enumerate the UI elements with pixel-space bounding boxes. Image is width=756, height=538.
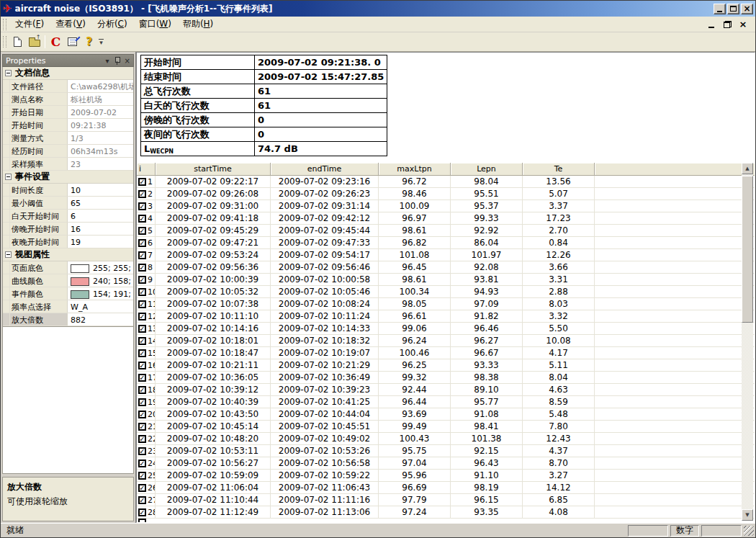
checkbox-icon[interactable]: ✓	[138, 398, 146, 406]
checkbox-icon[interactable]: ✓	[138, 411, 146, 418]
row-select-cell[interactable]: ✓26	[137, 482, 156, 493]
row-select-cell[interactable]: ✓18	[137, 384, 156, 395]
toolbar-overflow-button[interactable]: ▾	[99, 39, 104, 45]
minimize-button[interactable]	[714, 4, 726, 14]
table-row[interactable]: ✓272009-07-02 11:10:442009-07-02 11:11:1…	[137, 494, 755, 506]
table-row[interactable]: ✓152009-07-02 10:18:472009-07-02 10:19:0…	[137, 347, 755, 359]
row-select-cell[interactable]: ✓8	[137, 261, 156, 273]
checkbox-icon[interactable]: ✓	[138, 508, 146, 516]
column-header-filler[interactable]	[595, 163, 755, 175]
row-select-cell[interactable]: ✓23	[137, 445, 156, 457]
collapse-icon[interactable]	[5, 174, 12, 180]
panel-pin-button[interactable]	[114, 57, 120, 65]
row-select-cell[interactable]: ✓10	[137, 286, 156, 297]
menu-item-C[interactable]: 分析(C)	[91, 16, 133, 32]
properties-button[interactable]	[64, 34, 81, 50]
property-value[interactable]: C:\awa6298\机场	[68, 80, 133, 92]
table-row[interactable]: ✓182009-07-02 10:39:122009-07-02 10:39:2…	[137, 384, 755, 396]
table-row[interactable]: ✓72009-07-02 09:53:242009-07-02 09:54:17…	[137, 249, 755, 261]
table-row[interactable]: ✓122009-07-02 10:11:102009-07-02 10:11:2…	[137, 310, 755, 323]
checkbox-icon[interactable]: ✓	[138, 178, 146, 186]
checkbox-icon[interactable]: ✓	[138, 215, 146, 223]
property-value[interactable]: 23	[68, 158, 133, 170]
checkbox-icon[interactable]: ✓	[138, 386, 146, 394]
panel-close-button[interactable]: ×	[125, 57, 130, 65]
table-row[interactable]: ✓192009-07-02 10:40:392009-07-02 10:41:2…	[137, 396, 755, 408]
property-row[interactable]: 事件颜色154; 191; 18	[3, 287, 133, 300]
property-row[interactable]: 放大倍数882	[3, 313, 133, 326]
property-value[interactable]: 16	[68, 223, 133, 235]
table-row[interactable]: ✓162009-07-02 10:21:112009-07-02 10:21:2…	[137, 359, 755, 372]
checkbox-icon[interactable]: ✓	[138, 288, 146, 296]
property-value[interactable]: 10	[68, 184, 133, 196]
table-row[interactable]: ✓202009-07-02 10:43:502009-07-02 10:44:0…	[137, 408, 755, 421]
property-value[interactable]: 240; 158; 15	[68, 274, 133, 287]
property-row[interactable]: 采样频率23	[3, 158, 133, 171]
menubar-grip[interactable]	[3, 19, 6, 30]
property-value[interactable]: 09:21:38	[68, 119, 133, 131]
new-document-button[interactable]	[9, 34, 26, 50]
table-row[interactable]: ✓282009-07-02 11:12:492009-07-02 11:13:0…	[137, 506, 755, 519]
row-select-cell[interactable]: ✓12	[137, 310, 156, 322]
column-header-Lepn[interactable]: Lepn	[451, 163, 523, 175]
row-select-cell[interactable]: ✓7	[137, 249, 156, 261]
row-select-cell[interactable]: ✓11	[137, 298, 156, 310]
column-header-maxLtpn[interactable]: maxLtpn	[379, 163, 451, 175]
section-header-view-props[interactable]: 视图属性	[3, 248, 133, 261]
resize-grip-icon[interactable]	[744, 526, 754, 536]
table-row[interactable]: ✓32009-07-02 09:31:002009-07-02 09:31:14…	[137, 200, 755, 212]
table-row[interactable]: ✓82009-07-02 09:56:362009-07-02 09:56:46…	[137, 261, 755, 274]
row-select-cell[interactable]: ✓16	[137, 359, 156, 371]
checkbox-icon[interactable]: ✓	[138, 325, 146, 333]
checkbox-icon[interactable]: ✓	[138, 227, 146, 235]
table-row[interactable]: ✓232009-07-02 10:53:112009-07-02 10:53:2…	[137, 445, 755, 457]
table-row[interactable]: ✓142009-07-02 10:18:012009-07-02 10:18:3…	[137, 335, 755, 347]
property-row[interactable]: 傍晚开始时间16	[3, 223, 133, 236]
table-row[interactable]: ✓222009-07-02 10:48:202009-07-02 10:49:0…	[137, 433, 755, 445]
property-value[interactable]: 255; 255; 25	[68, 261, 133, 274]
checkbox-icon[interactable]: ✓	[138, 374, 146, 382]
property-row[interactable]: 开始时间09:21:38	[3, 119, 133, 132]
checkbox-icon[interactable]: ✓	[138, 300, 146, 308]
property-value[interactable]: 06h34m13s	[68, 145, 133, 157]
checkbox-icon[interactable]: ✓	[138, 447, 146, 455]
section-header-doc-info[interactable]: 文档信息	[3, 67, 133, 80]
checkbox-icon[interactable]: ✓	[138, 362, 146, 369]
property-value[interactable]: 栎社机场	[68, 93, 133, 105]
property-row[interactable]: 测量方式1/3	[3, 132, 133, 145]
checkbox-icon[interactable]: ✓	[138, 313, 146, 320]
close-button[interactable]: ×	[741, 4, 753, 14]
checkbox-icon[interactable]: ✓	[138, 484, 146, 492]
calibration-button[interactable]: C	[48, 34, 64, 50]
section-header-event-settings[interactable]: 事件设置	[3, 171, 133, 184]
row-select-cell[interactable]: ✓3	[137, 200, 156, 212]
table-row[interactable]: ✓242009-07-02 10:56:272009-07-02 10:56:5…	[137, 457, 755, 470]
checkbox-icon[interactable]: ✓	[138, 276, 146, 284]
table-row[interactable]: ✓62009-07-02 09:47:212009-07-02 09:47:33…	[137, 237, 755, 249]
checkbox-icon[interactable]: ✓	[138, 423, 146, 431]
row-select-cell[interactable]: ✓14	[137, 335, 156, 346]
row-select-cell[interactable]: ✓13	[137, 323, 156, 334]
panel-menu-button[interactable]: ▾	[106, 57, 109, 65]
checkbox-icon[interactable]: ✓	[138, 264, 146, 272]
row-select-cell[interactable]: ✓5	[137, 225, 156, 236]
table-row[interactable]: ✓102009-07-02 10:05:322009-07-02 10:05:4…	[137, 286, 755, 298]
row-select-cell[interactable]: ✓6	[137, 237, 156, 248]
menu-item-F[interactable]: 文件(F)	[9, 16, 50, 32]
mdi-minimize-button[interactable]	[706, 19, 716, 29]
table-row[interactable]: ✓52009-07-02 09:45:292009-07-02 09:45:44…	[137, 225, 755, 237]
property-value[interactable]: W_A	[68, 300, 133, 313]
row-select-cell[interactable]: ✓22	[137, 433, 156, 444]
row-select-cell[interactable]: ✓25	[137, 470, 156, 481]
property-row[interactable]: 夜晚开始时间19	[3, 236, 133, 248]
row-select-cell[interactable]: ✓2	[137, 188, 156, 199]
table-row[interactable]: ✓132009-07-02 10:14:162009-07-02 10:14:3…	[137, 323, 755, 335]
checkbox-icon[interactable]: ✓	[138, 349, 146, 357]
property-row[interactable]: 页面底色255; 255; 25	[3, 261, 133, 274]
property-value[interactable]: 2009-07-02	[68, 106, 133, 118]
maximize-button[interactable]	[727, 4, 739, 14]
vertical-scrollbar[interactable]: ▲ ▼	[742, 163, 753, 521]
table-row[interactable]: ✓172009-07-02 10:36:052009-07-02 10:36:4…	[137, 372, 755, 384]
property-row[interactable]: 开始日期2009-07-02	[3, 106, 133, 119]
row-select-cell[interactable]: ✓1	[137, 176, 156, 187]
